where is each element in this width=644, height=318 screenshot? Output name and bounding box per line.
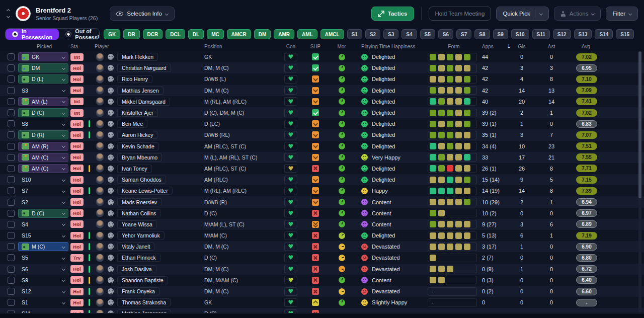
profile-face-icon[interactable] [108, 154, 114, 161]
col-picked[interactable]: Picked [37, 44, 52, 49]
picked-select[interactable]: S8 [18, 119, 68, 128]
sub-slot-s9[interactable]: S9 [493, 29, 508, 39]
picked-select[interactable]: AM (C) [18, 164, 68, 173]
position-filter-aml[interactable]: AML [297, 29, 317, 39]
player-name[interactable]: Ben Mee [117, 120, 147, 128]
position-filter-dcl[interactable]: DCL [166, 29, 185, 39]
player-name[interactable]: Yehor Yarmoliuk [117, 231, 165, 240]
row-checkbox[interactable] [8, 120, 15, 127]
selection-info-dropdown[interactable]: Selection Info [110, 7, 175, 21]
row-checkbox[interactable] [8, 288, 15, 295]
player-name[interactable]: Mark Flekken [117, 53, 158, 61]
picked-select[interactable]: AM (R) [18, 142, 68, 151]
col-player[interactable]: Player [93, 44, 204, 49]
player-name[interactable]: Christian Nørgaard [117, 64, 171, 72]
picked-select[interactable]: S9 [18, 276, 68, 285]
position-filter-gk[interactable]: GK [104, 29, 120, 39]
col-avg[interactable]: Avg. [582, 44, 592, 49]
profile-face-icon[interactable] [108, 121, 114, 127]
row-checkbox[interactable] [8, 221, 15, 228]
col-sta[interactable]: Sta. [70, 44, 88, 49]
row-checkbox[interactable] [8, 98, 15, 105]
filter-button[interactable]: Filter [606, 7, 638, 21]
sub-slot-s12[interactable]: S12 [553, 29, 571, 39]
player-name[interactable]: Aaron Hickey [117, 131, 157, 139]
profile-face-icon[interactable] [108, 299, 114, 305]
row-checkbox[interactable] [8, 109, 15, 116]
profile-face-icon[interactable] [108, 288, 114, 294]
profile-face-icon[interactable] [108, 110, 114, 116]
row-checkbox[interactable] [8, 210, 15, 217]
picked-select[interactable]: DM [18, 63, 68, 72]
profile-face-icon[interactable] [108, 88, 114, 94]
player-name[interactable]: Ethan Pinnock [117, 254, 160, 262]
player-name[interactable]: Ivan Toney [117, 165, 152, 173]
team-switcher[interactable] [6, 10, 11, 18]
profile-face-icon[interactable] [108, 143, 114, 149]
chevron-down-icon[interactable] [539, 12, 543, 15]
picked-select[interactable]: S10 [18, 175, 68, 184]
player-name[interactable]: Mads Roerslev [117, 198, 162, 206]
position-filter-dl[interactable]: DL [188, 29, 204, 39]
picked-select[interactable]: S7 [18, 186, 68, 195]
profile-face-icon[interactable] [108, 277, 114, 283]
profile-face-icon[interactable] [108, 232, 114, 238]
player-name[interactable]: Mathias Jensen [117, 87, 164, 95]
picked-select[interactable]: S6 [18, 265, 68, 274]
player-name[interactable]: Mikkel Damsgaard [117, 98, 170, 106]
row-checkbox[interactable] [8, 165, 15, 172]
sub-slot-s8[interactable]: S8 [474, 29, 490, 39]
col-con[interactable]: Con [286, 44, 295, 49]
tab-in-possession[interactable]: In Possession [6, 29, 59, 40]
position-filter-dm[interactable]: DM [254, 29, 271, 39]
row-checkbox[interactable] [8, 176, 15, 183]
profile-face-icon[interactable] [108, 54, 114, 60]
sub-slot-s10[interactable]: S10 [511, 29, 529, 39]
picked-select[interactable]: D (C) [18, 209, 68, 218]
profile-face-icon[interactable] [108, 76, 114, 82]
row-checkbox[interactable] [8, 266, 15, 273]
sub-slot-s3[interactable]: S3 [383, 29, 398, 39]
picked-select[interactable]: GK [18, 52, 68, 61]
sub-slot-s4[interactable]: S4 [401, 29, 417, 39]
col-apps[interactable]: Apps↓ [480, 43, 508, 50]
profile-face-icon[interactable] [108, 255, 114, 261]
profile-face-icon[interactable] [108, 221, 114, 227]
player-name[interactable]: Yoane Wissa [117, 220, 157, 228]
player-name[interactable]: Vitaly Janelt [117, 243, 154, 251]
picked-select[interactable]: AM (C) [18, 153, 68, 162]
profile-face-icon[interactable] [108, 266, 114, 272]
profile-face-icon[interactable] [108, 65, 114, 71]
profile-face-icon[interactable] [108, 177, 114, 183]
player-name[interactable]: Saman Ghoddos [117, 176, 166, 184]
picked-select[interactable]: S1 [18, 298, 68, 307]
player-name[interactable]: Nathan Collins [117, 209, 160, 217]
position-filter-amr[interactable]: AMR [274, 29, 294, 39]
player-name[interactable]: Keane Lewis-Potter [117, 187, 173, 195]
sub-slot-s14[interactable]: S14 [595, 29, 613, 39]
picked-select[interactable]: S3 [18, 86, 68, 95]
col-mor[interactable]: Mor [337, 44, 346, 49]
player-name[interactable]: Shandon Baptiste [117, 276, 168, 284]
picked-select[interactable]: S12 [18, 287, 68, 296]
sub-slot-s2[interactable]: S2 [365, 29, 380, 39]
player-name[interactable]: Thomas Strakosha [117, 298, 171, 306]
scrollbar-thumb[interactable] [638, 51, 641, 198]
row-checkbox[interactable] [8, 53, 15, 60]
col-ast[interactable]: Ast [548, 44, 555, 49]
picked-select[interactable]: AM (L) [18, 97, 68, 106]
row-checkbox[interactable] [8, 75, 15, 83]
sub-slot-s15[interactable]: S15 [616, 29, 634, 39]
row-checkbox[interactable] [8, 243, 15, 250]
profile-face-icon[interactable] [108, 132, 114, 138]
picked-select[interactable]: D (C) [18, 108, 68, 117]
sub-slot-s11[interactable]: S11 [532, 29, 550, 39]
player-name[interactable]: Rico Henry [117, 75, 152, 83]
picked-select[interactable]: S15 [18, 231, 68, 240]
picked-select[interactable]: S5 [18, 253, 68, 262]
row-checkbox[interactable] [8, 199, 15, 206]
row-checkbox[interactable] [8, 64, 15, 71]
player-name[interactable]: Frank Onyeka [117, 287, 159, 295]
col-shp[interactable]: SHP [310, 44, 321, 49]
chevron-up-icon[interactable] [7, 9, 10, 13]
